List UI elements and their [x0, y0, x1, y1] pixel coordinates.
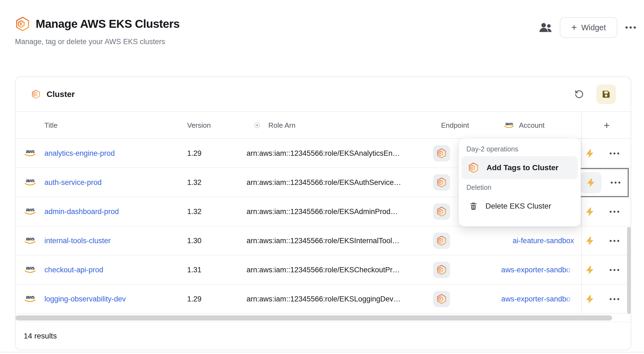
aws-logo-icon: aws	[24, 178, 37, 187]
account-link[interactable]: aws-exporter-sandbox	[501, 295, 574, 303]
eks-icon: K	[436, 206, 447, 217]
run-action-button[interactable]	[580, 172, 602, 193]
table-row: aws logging-observability-dev 1.29 arn:a…	[16, 285, 631, 314]
svg-text:K: K	[471, 166, 474, 170]
row-menu-button[interactable]	[610, 298, 619, 300]
row-menu-button[interactable]	[610, 240, 619, 242]
endpoint-entity-pill[interactable]: K	[433, 174, 450, 191]
row-menu-button[interactable]	[611, 182, 620, 184]
run-action-button[interactable]	[579, 289, 600, 310]
svg-text:K: K	[440, 268, 442, 271]
svg-text:K: K	[440, 152, 442, 155]
svg-text:K: K	[440, 239, 442, 242]
cluster-title-link[interactable]: internal-tools-cluster	[44, 236, 111, 245]
row-menu-button[interactable]	[610, 211, 619, 213]
cluster-role-arn: arn:aws:iam::12345566:role/EKSAdminProd…	[247, 207, 398, 216]
account-link[interactable]: aws-exporter-sandbox	[501, 266, 574, 274]
menu-item-add-tags[interactable]: K Add Tags to Cluster	[461, 156, 578, 179]
aws-logo-icon: aws	[24, 207, 37, 216]
endpoint-entity-pill[interactable]: K	[433, 262, 450, 278]
cluster-version: 1.30	[187, 236, 202, 245]
eks-icon: K	[436, 265, 447, 275]
eks-icon: K	[436, 177, 447, 188]
horizontal-scrollbar-thumb[interactable]	[16, 315, 612, 321]
add-widget-button[interactable]: + Widget	[560, 17, 617, 38]
lightning-icon	[586, 178, 596, 188]
cluster-version: 1.31	[187, 266, 202, 274]
cluster-title-link[interactable]: logging-observability-dev	[44, 295, 126, 303]
column-header-endpoint[interactable]: Endpoint	[441, 121, 469, 129]
row-menu-button[interactable]	[610, 152, 619, 154]
cluster-role-arn: arn:aws:iam::12345566:role/EKSAuthServic…	[247, 178, 401, 187]
svg-text:K: K	[440, 210, 442, 213]
header-controls: + Widget	[539, 17, 636, 38]
aws-logo-icon: aws	[503, 121, 515, 129]
eks-icon: K	[31, 90, 41, 99]
table-row: aws checkout-api-prod 1.31 arn:aws:iam::…	[16, 255, 631, 285]
lightning-icon	[585, 294, 595, 304]
svg-text:aws: aws	[26, 294, 35, 300]
cluster-version: 1.32	[187, 207, 202, 216]
svg-text:aws: aws	[505, 121, 513, 126]
lightning-icon	[585, 265, 595, 275]
cluster-version: 1.29	[187, 295, 202, 303]
cluster-role-arn: arn:aws:iam::12345566:role/EKSCheckoutPr…	[247, 266, 400, 274]
svg-text:aws: aws	[26, 178, 35, 183]
menu-item-label: Add Tags to Cluster	[487, 163, 558, 172]
row-menu-button[interactable]	[610, 269, 619, 271]
widget-title: Cluster	[47, 90, 75, 99]
column-header-role-arn[interactable]: Role Arn	[268, 121, 296, 129]
column-header-title[interactable]: Title	[44, 121, 57, 129]
svg-text:aws: aws	[26, 236, 35, 242]
cluster-version: 1.29	[187, 149, 202, 157]
menu-section-label: Day-2 operations	[461, 144, 578, 156]
vertical-scrollbar-thumb[interactable]	[627, 227, 631, 314]
widget-header: K Cluster	[16, 77, 631, 111]
svg-text:K: K	[20, 22, 23, 26]
plus-icon: +	[571, 23, 577, 32]
lightning-icon	[585, 236, 595, 246]
undo-icon[interactable]	[575, 90, 584, 99]
run-action-button[interactable]	[579, 143, 600, 164]
row-actions-cell	[572, 255, 629, 285]
eks-icon: K	[436, 148, 447, 158]
menu-item-delete-cluster[interactable]: Delete EKS Cluster	[461, 195, 578, 218]
account-cell: ai-feature-sandbox	[457, 236, 574, 245]
widget-footer: 14 results	[16, 322, 631, 350]
endpoint-entity-pill[interactable]: K	[433, 203, 450, 220]
page-header: K Manage AWS EKS Clusters Manage, tag or…	[15, 16, 180, 46]
trash-icon	[469, 202, 478, 210]
eks-icon: K	[15, 16, 30, 32]
run-action-button[interactable]	[579, 201, 600, 222]
lightning-icon	[585, 207, 595, 217]
svg-text:aws: aws	[26, 265, 35, 271]
cluster-title-link[interactable]: analytics-engine-prod	[44, 149, 115, 157]
add-widget-label: Widget	[581, 23, 606, 32]
endpoint-entity-pill[interactable]: K	[433, 291, 450, 307]
aws-logo-icon: aws	[24, 236, 37, 245]
cluster-title-link[interactable]: checkout-api-prod	[44, 266, 103, 274]
cluster-title-link[interactable]: auth-service-prod	[44, 178, 102, 187]
eks-icon: K	[436, 294, 447, 304]
save-button[interactable]	[596, 84, 616, 104]
cluster-title-link[interactable]: admin-dashboard-prod	[44, 207, 119, 216]
run-action-button[interactable]	[579, 230, 600, 252]
account-cell: aws-exporter-sandbox	[457, 266, 574, 274]
row-actions-cell	[572, 226, 629, 255]
column-header-version[interactable]: Version	[187, 121, 211, 129]
run-action-button[interactable]	[579, 260, 600, 281]
cluster-role-arn: arn:aws:iam::12345566:role/EKSInternalTo…	[247, 236, 399, 245]
add-column-button[interactable]: +	[596, 119, 618, 131]
svg-text:aws: aws	[26, 207, 35, 212]
endpoint-entity-pill[interactable]: K	[433, 145, 450, 161]
page-menu-button[interactable]	[625, 26, 636, 29]
cluster-version: 1.32	[187, 178, 202, 187]
column-header-account[interactable]: Account	[519, 121, 545, 129]
users-icon[interactable]	[539, 22, 552, 33]
page-section-divider	[0, 352, 644, 352]
save-icon	[602, 90, 611, 99]
endpoint-entity-pill[interactable]: K	[433, 233, 450, 249]
eks-icon: K	[468, 162, 479, 173]
aws-logo-icon: aws	[24, 149, 37, 158]
account-link[interactable]: ai-feature-sandbox	[513, 236, 574, 245]
